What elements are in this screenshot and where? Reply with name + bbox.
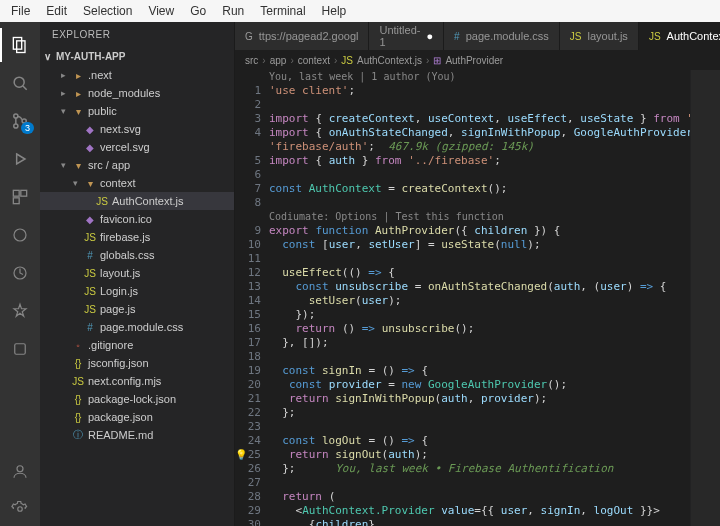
file-icon: ▾ <box>72 106 84 117</box>
svg-point-4 <box>14 114 18 118</box>
menu-file[interactable]: File <box>4 2 37 20</box>
project-title[interactable]: ∨ MY-AUTH-APP <box>40 46 234 66</box>
tree-item[interactable]: JSLogin.js <box>40 282 234 300</box>
tree-item[interactable]: JSnext.config.mjs <box>40 372 234 390</box>
file-icon: {} <box>72 394 84 405</box>
tree-item[interactable]: ▾▾context <box>40 174 234 192</box>
activity-ext3[interactable] <box>0 294 40 328</box>
tree-item[interactable]: ▾▾src / app <box>40 156 234 174</box>
tree-item[interactable]: ◆vercel.svg <box>40 138 234 156</box>
file-icon: ▾ <box>72 160 84 171</box>
file-icon: {} <box>72 412 84 423</box>
menu-edit[interactable]: Edit <box>39 2 74 20</box>
tree-item[interactable]: ▸▸node_modules <box>40 84 234 102</box>
svg-rect-8 <box>13 190 19 196</box>
file-icon: # <box>84 250 96 261</box>
activity-bar: 3 <box>0 22 40 526</box>
tree-item[interactable]: ▸▸.next <box>40 66 234 84</box>
tab-icon: JS <box>649 31 661 42</box>
tab-icon: # <box>454 31 460 42</box>
tree-item[interactable]: ▾▾public <box>40 102 234 120</box>
activity-ext2[interactable] <box>0 256 40 290</box>
sidebar-title: EXPLORER <box>40 22 234 46</box>
svg-point-5 <box>14 124 18 128</box>
tree-item[interactable]: ◆favicon.ico <box>40 210 234 228</box>
activity-ext1[interactable] <box>0 218 40 252</box>
file-icon: {} <box>72 358 84 369</box>
activity-account[interactable] <box>0 454 40 488</box>
svg-point-11 <box>14 229 26 241</box>
svg-rect-13 <box>15 344 26 355</box>
menubar: FileEditSelectionViewGoRunTerminalHelp <box>0 0 720 22</box>
codelens[interactable]: Codiumate: Options | Test this function <box>269 210 690 224</box>
file-icon: JS <box>84 268 96 279</box>
tree-item[interactable]: ◆next.svg <box>40 120 234 138</box>
tree-item[interactable]: {}package-lock.json <box>40 390 234 408</box>
editor-area: Gttps://pagead2.googlUntitled-1●#page.mo… <box>235 22 720 526</box>
file-icon: ▸ <box>72 88 84 99</box>
svg-point-14 <box>17 466 23 472</box>
file-icon: JS <box>84 286 96 297</box>
menu-selection[interactable]: Selection <box>76 2 139 20</box>
file-icon: JS <box>84 304 96 315</box>
tab-icon: JS <box>570 31 582 42</box>
svg-point-2 <box>14 77 24 87</box>
menu-terminal[interactable]: Terminal <box>253 2 312 20</box>
activity-extensions[interactable] <box>0 180 40 214</box>
svg-point-15 <box>18 507 23 512</box>
svg-rect-1 <box>17 41 25 53</box>
tree-item[interactable]: JSfirebase.js <box>40 228 234 246</box>
svg-marker-7 <box>17 154 25 164</box>
file-icon: JS <box>72 376 84 387</box>
activity-scm[interactable]: 3 <box>0 104 40 138</box>
tab-icon: G <box>245 31 253 42</box>
tab[interactable]: #page.module.css <box>444 22 560 50</box>
activity-search[interactable] <box>0 66 40 100</box>
menu-go[interactable]: Go <box>183 2 213 20</box>
svg-rect-9 <box>21 190 27 196</box>
scm-badge: 3 <box>21 122 34 134</box>
file-icon: JS <box>84 232 96 243</box>
svg-line-3 <box>23 86 27 90</box>
code-editor[interactable]: 1234567891011121314151617181920212223242… <box>235 70 720 526</box>
activity-ext4[interactable] <box>0 332 40 366</box>
tree-item[interactable]: #globals.css <box>40 246 234 264</box>
file-icon: ◦ <box>72 340 84 351</box>
file-icon: ◆ <box>84 214 96 225</box>
file-icon: ▾ <box>84 178 96 189</box>
menu-run[interactable]: Run <box>215 2 251 20</box>
tab[interactable]: Untitled-1● <box>369 22 444 50</box>
breadcrumbs[interactable]: src›app›context›JS AuthContext.js›⊞ Auth… <box>235 50 720 70</box>
file-icon: ◆ <box>84 142 96 153</box>
file-icon: ◆ <box>84 124 96 135</box>
tree-item[interactable]: JSpage.js <box>40 300 234 318</box>
tab-bar: Gttps://pagead2.googlUntitled-1●#page.mo… <box>235 22 720 50</box>
codelens[interactable]: You, last week | 1 author (You) <box>269 70 690 84</box>
activity-debug[interactable] <box>0 142 40 176</box>
tree-item[interactable]: {}package.json <box>40 408 234 426</box>
tab[interactable]: JSlayout.js <box>560 22 639 50</box>
svg-rect-0 <box>13 38 21 50</box>
tree-item[interactable]: ⓘREADME.md <box>40 426 234 444</box>
menu-help[interactable]: Help <box>315 2 354 20</box>
tab[interactable]: Gttps://pagead2.googl <box>235 22 369 50</box>
tree-item[interactable]: JSlayout.js <box>40 264 234 282</box>
activity-explorer[interactable] <box>0 28 40 62</box>
tree-item[interactable]: JSAuthContext.js <box>40 192 234 210</box>
activity-settings[interactable] <box>0 492 40 526</box>
minimap[interactable] <box>690 70 720 526</box>
tab[interactable]: JSAuthContext.js× <box>639 22 720 50</box>
file-tree: ▸▸.next▸▸node_modules▾▾public◆next.svg◆v… <box>40 66 234 526</box>
menu-view[interactable]: View <box>141 2 181 20</box>
tree-item[interactable]: #page.module.css <box>40 318 234 336</box>
tree-item[interactable]: {}jsconfig.json <box>40 354 234 372</box>
file-icon: ⓘ <box>72 428 84 442</box>
line-gutter: 1234567891011121314151617181920212223242… <box>235 70 269 526</box>
lightbulb-icon[interactable]: 💡 <box>235 448 247 462</box>
file-icon: JS <box>96 196 108 207</box>
workbench: 3 EXPLORER ∨ MY-AUTH-AP <box>0 22 720 526</box>
sidebar: EXPLORER ∨ MY-AUTH-APP ▸▸.next▸▸node_mod… <box>40 22 235 526</box>
tree-item[interactable]: ◦.gitignore <box>40 336 234 354</box>
svg-rect-10 <box>13 198 19 204</box>
file-icon: # <box>84 322 96 333</box>
